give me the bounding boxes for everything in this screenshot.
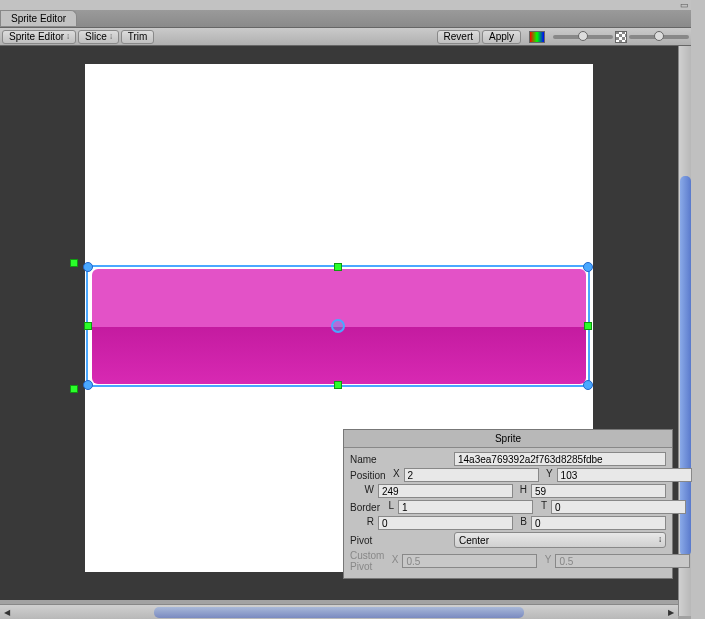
name-label: Name <box>350 454 450 465</box>
scrollbar-thumb[interactable] <box>154 607 524 618</box>
trim-button[interactable]: Trim <box>121 30 155 44</box>
border-corner-tl[interactable] <box>70 259 78 267</box>
resize-handle-tl[interactable] <box>83 262 93 272</box>
pivot-value: Center <box>459 535 489 546</box>
pivot-label: Pivot <box>350 535 450 546</box>
t-label: T <box>537 500 547 514</box>
scroll-right-icon[interactable]: ▶ <box>664 606 678 619</box>
scrollbar-track[interactable] <box>14 607 664 618</box>
border-l-field[interactable] <box>398 500 533 514</box>
y-label: Y <box>543 468 553 482</box>
l-label: L <box>384 500 394 514</box>
dock-icon[interactable]: ▭ <box>680 0 689 10</box>
apply-label: Apply <box>489 31 514 42</box>
scrollbar-thumb[interactable] <box>680 176 691 556</box>
chevron-down-icon: ⁞ <box>110 33 112 41</box>
slice-label: Slice <box>85 31 107 42</box>
h-label: H <box>517 484 527 498</box>
border-corner-bl[interactable] <box>70 385 78 393</box>
custom-pivot-label: Custom Pivot <box>350 550 384 572</box>
slider-thumb[interactable] <box>654 31 664 41</box>
dock-gutter <box>691 0 705 619</box>
position-w-field[interactable] <box>378 484 513 498</box>
r-label: R <box>364 516 374 530</box>
zoom-slider[interactable] <box>629 35 689 39</box>
window-header: ▭ ✕ <box>0 0 705 10</box>
border-b-field[interactable] <box>531 516 666 530</box>
b-label: B <box>517 516 527 530</box>
border-handle-left[interactable] <box>84 322 92 330</box>
position-x-field[interactable] <box>404 468 539 482</box>
alpha-icon <box>615 31 627 43</box>
sprite-rect[interactable] <box>92 269 586 384</box>
cy-label: Y <box>541 554 551 568</box>
sprite-inspector-panel: Sprite Name Position X Y W H Borde <box>343 429 673 579</box>
alpha-slider[interactable] <box>553 35 613 39</box>
horizontal-scrollbar[interactable]: ◀ ▶ <box>0 604 678 619</box>
tab-label: Sprite Editor <box>11 13 66 24</box>
mode-label: Sprite Editor <box>9 31 64 42</box>
position-y-field[interactable] <box>557 468 692 482</box>
x-label: X <box>390 468 400 482</box>
trim-label: Trim <box>128 31 148 42</box>
border-r-field[interactable] <box>378 516 513 530</box>
tab-bar: Sprite Editor <box>0 10 705 28</box>
w-label: W <box>364 484 374 498</box>
scroll-left-icon[interactable]: ◀ <box>0 606 14 619</box>
name-field[interactable] <box>454 452 666 466</box>
position-h-field[interactable] <box>531 484 666 498</box>
chevron-down-icon: ⁞ <box>659 536 661 544</box>
pivot-dropdown[interactable]: Center ⁞ <box>454 532 666 548</box>
custom-pivot-x-field <box>402 554 537 568</box>
apply-button[interactable]: Apply <box>482 30 521 44</box>
border-label: Border <box>350 502 380 513</box>
slice-dropdown[interactable]: Slice ⁞ <box>78 30 119 44</box>
revert-button[interactable]: Revert <box>437 30 480 44</box>
inspector-title: Sprite <box>344 430 672 448</box>
tab-sprite-editor[interactable]: Sprite Editor <box>0 10 77 26</box>
cx-label: X <box>388 554 398 568</box>
resize-handle-bl[interactable] <box>83 380 93 390</box>
position-label: Position <box>350 470 386 481</box>
border-t-field[interactable] <box>551 500 686 514</box>
custom-pivot-y-field <box>555 554 690 568</box>
toolbar: Sprite Editor ⁞ Slice ⁞ Trim Revert Appl… <box>0 28 705 46</box>
revert-label: Revert <box>444 31 473 42</box>
mode-dropdown[interactable]: Sprite Editor ⁞ <box>2 30 76 44</box>
slider-thumb[interactable] <box>578 31 588 41</box>
chevron-down-icon: ⁞ <box>67 33 69 41</box>
rgb-toggle-icon[interactable] <box>529 31 545 43</box>
vertical-scrollbar[interactable] <box>678 46 691 616</box>
